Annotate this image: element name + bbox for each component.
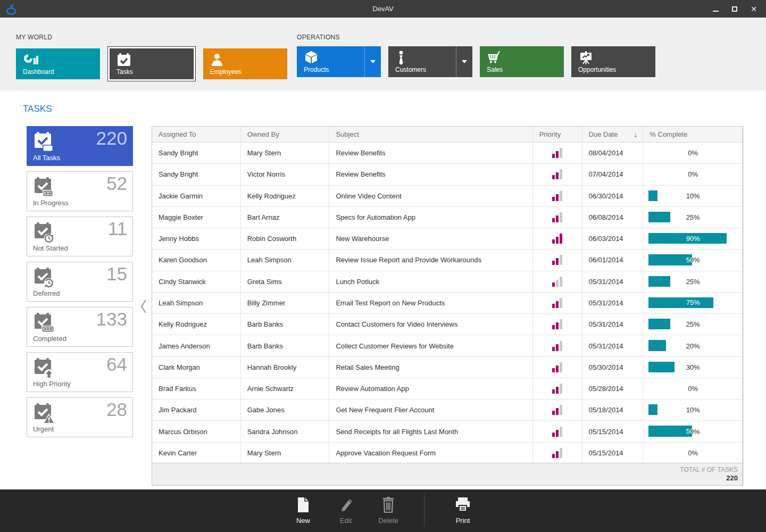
filter-tile-not-started[interactable]: 11 Not Started: [27, 217, 133, 256]
table-row[interactable]: Clark Morgan Hannah Brookly Retail Sales…: [152, 357, 743, 378]
table-row[interactable]: James Anderson Barb Banks Collect Custom…: [152, 335, 743, 356]
bottom-toolbar: New Edit Delete: [0, 489, 766, 532]
minimize-button[interactable]: [707, 2, 723, 16]
due-date-cell: 06/08/2014: [582, 207, 644, 228]
percent-complete-cell: 10% 10%: [643, 186, 743, 206]
priority-cell: [533, 164, 582, 185]
calendar-progress-icon: [33, 177, 56, 201]
priority-cell: [533, 357, 582, 378]
assigned-to-cell: Leah Simpson: [152, 293, 241, 313]
table-row[interactable]: Cindy Stanwick Greta Sims Lunch Potluck …: [152, 271, 743, 293]
subject-cell: Review Benefits: [329, 143, 532, 163]
calendar-progress-icon: [33, 131, 56, 156]
maximize-button[interactable]: [727, 2, 743, 16]
percent-complete-cell: 0% 0%: [643, 143, 743, 163]
filter-tile-completed[interactable]: 133 Completed: [27, 307, 133, 347]
percent-complete-cell: 20% 20%: [643, 335, 743, 356]
priority-bars-icon: [552, 169, 562, 179]
new-button[interactable]: New: [284, 497, 322, 525]
table-row[interactable]: Brad Farkus Arnie Schwartz Review Automa…: [152, 378, 743, 400]
table-row[interactable]: Jackie Garmin Kelly Rodriguez Online Vid…: [152, 186, 743, 207]
subject-cell: Review Issue Report and Provide Workarou…: [329, 250, 532, 270]
nav-tile-products[interactable]: Products: [297, 46, 381, 77]
filter-tile-deferred[interactable]: 15 Deferred: [27, 262, 133, 302]
assigned-to-cell: Marcus Orbison: [152, 421, 241, 442]
priority-bars-icon: [552, 405, 562, 415]
nav-tile-sales[interactable]: Sales: [480, 46, 564, 77]
toolbar-separator: [424, 494, 424, 527]
filter-count: 11: [108, 218, 127, 239]
owned-by-cell: Greta Sims: [241, 271, 330, 292]
percent-complete-cell: 10% 10%: [643, 400, 743, 420]
close-button[interactable]: ✕: [746, 2, 762, 16]
table-row[interactable]: Karen Goodson Leah Simpson Review Issue …: [152, 250, 743, 271]
print-icon: [455, 497, 471, 513]
assigned-to-cell: Karen Goodson: [152, 250, 241, 270]
due-date-cell: 05/31/2014: [582, 335, 644, 356]
table-row[interactable]: Sandy Bright Mary Stern Review Benefits …: [152, 143, 743, 164]
column-header-due-date[interactable]: Due Date ↓: [582, 127, 644, 142]
nav-tile-tasks[interactable]: Tasks: [110, 48, 194, 79]
products-dropdown-button[interactable]: [364, 46, 381, 77]
column-header-assigned-to[interactable]: Assigned To: [152, 127, 241, 142]
due-date-cell: 05/28/2014: [582, 378, 644, 399]
table-footer: TOTAL # OF TASKS 220: [152, 463, 743, 485]
column-header-label: Due Date: [589, 130, 618, 138]
nav-tile-opportunities[interactable]: Opportunities: [571, 46, 655, 77]
table-row[interactable]: Kelly Rodriguez Barb Banks Contact Custo…: [152, 314, 743, 335]
column-header-subject[interactable]: Subject: [329, 127, 532, 142]
assigned-to-cell: James Anderson: [152, 335, 241, 356]
nav-tile-dashboard[interactable]: Dashboard: [16, 48, 100, 79]
filter-tile-in-progress[interactable]: 52 In Progress: [27, 171, 133, 211]
filter-tile-all-tasks[interactable]: 220 All Tasks: [27, 126, 133, 166]
nav-group-my-world: MY WORLD Dashboard: [16, 18, 287, 81]
filter-label: All Tasks: [33, 154, 60, 162]
priority-bars-icon: [552, 384, 562, 394]
maximize-icon: [732, 6, 737, 12]
calendar-history-icon: [33, 267, 56, 292]
owned-by-cell: Gabe Jones: [241, 400, 330, 420]
table-body: Sandy Bright Mary Stern Review Benefits …: [152, 143, 743, 463]
table-row[interactable]: Marcus Orbison Sandra Johnson Send Recei…: [152, 421, 743, 442]
customers-dropdown-button[interactable]: [456, 46, 472, 77]
filter-tile-urgent[interactable]: 28 Urgent: [27, 397, 133, 437]
column-header-owned-by[interactable]: Owned By: [241, 127, 330, 142]
column-header-percent-complete[interactable]: % Complete: [643, 127, 743, 142]
delete-button[interactable]: Delete: [369, 497, 407, 525]
print-button[interactable]: Print: [444, 497, 482, 525]
priority-bars-icon: [552, 341, 562, 351]
subject-cell: Send Receipts for all Flights Last Month: [329, 421, 532, 442]
tasks-calendar-icon: [116, 53, 132, 70]
app-window: DevAV ✕ MY WORLD: [0, 0, 766, 532]
percent-complete-cell: 50% 50%: [643, 250, 743, 270]
filter-tile-high-priority[interactable]: 64 High Priority: [27, 352, 133, 392]
subject-cell: Lunch Potluck: [329, 271, 532, 292]
toolbar-item-label: Delete: [378, 517, 398, 525]
table-row[interactable]: Jim Packard Gabe Jones Get New Frequent …: [152, 400, 743, 421]
priority-cell: [533, 378, 582, 399]
priority-cell: [533, 443, 582, 463]
priority-cell: [533, 400, 582, 420]
priority-cell: [533, 421, 582, 442]
edit-button[interactable]: Edit: [327, 497, 365, 525]
table-row[interactable]: Jenny Hobbs Robin Cosworth New Warehours…: [152, 228, 743, 250]
owned-by-cell: Sandra Johnson: [241, 421, 330, 442]
table-row[interactable]: Maggie Boxter Bart Arnaz Specs for Autom…: [152, 207, 743, 228]
new-document-icon: [296, 497, 310, 513]
due-date-cell: 05/31/2014: [582, 314, 644, 335]
chevron-down-icon: [370, 60, 376, 63]
subject-cell: Contact Customers for Video Interviews: [329, 314, 532, 335]
assigned-to-cell: Clark Morgan: [152, 357, 241, 378]
subject-cell: Review Automation App: [329, 378, 532, 399]
table-row[interactable]: Kevin Carter Mary Stern Approve Vacation…: [152, 443, 743, 463]
column-header-priority[interactable]: Priority: [533, 127, 582, 142]
table-row[interactable]: Leah Simpson Billy Zimmer Email Test Rep…: [152, 293, 743, 314]
nav-tile-employees[interactable]: Employees: [203, 48, 287, 79]
filter-label: In Progress: [33, 199, 68, 207]
subject-cell: Email Test Report on New Products: [329, 293, 532, 313]
sidebar-collapse-chevron-icon[interactable]: [140, 298, 147, 317]
nav-tile-customers[interactable]: Customers: [388, 46, 472, 77]
table-row[interactable]: Sandy Bright Victor Norris Review Benefi…: [152, 164, 743, 185]
due-date-cell: 05/15/2014: [582, 443, 644, 463]
filter-label: High Priority: [33, 380, 71, 388]
